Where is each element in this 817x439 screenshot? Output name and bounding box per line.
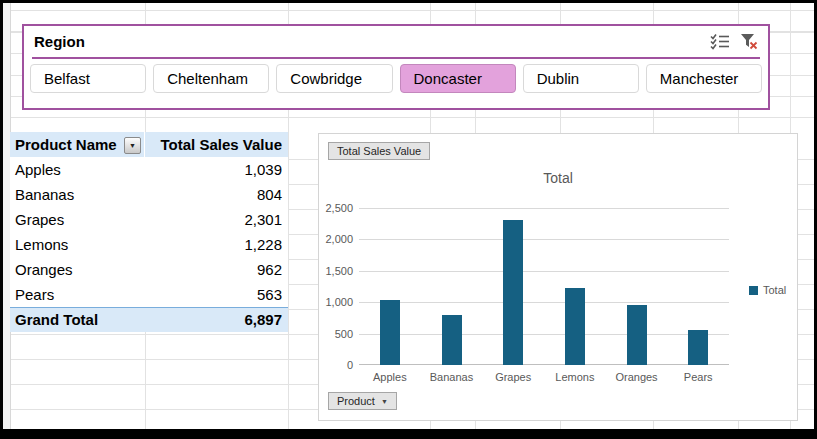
pivot-header-row: Product Name ▼ Total Sales Value	[10, 132, 288, 157]
excel-sheet: Region	[3, 3, 814, 429]
table-row: Bananas 804	[10, 182, 288, 207]
grand-total-value[interactable]: 6,897	[145, 308, 288, 332]
product-cell[interactable]: Apples	[10, 157, 145, 182]
y-tick-label: 1,500	[320, 265, 353, 277]
value-cell[interactable]: 804	[145, 182, 288, 207]
bar-series	[359, 208, 729, 365]
slicer-item-cowbridge[interactable]: Cowbridge	[276, 64, 392, 93]
slicer-buttons-row: Belfast Cheltenham Cowbridge Doncaster D…	[30, 64, 762, 93]
slicer-title: Region	[34, 33, 85, 50]
bar-oranges	[627, 305, 647, 365]
screenshot-frame: Region	[0, 0, 817, 439]
pivot-header-product[interactable]: Product Name ▼	[10, 132, 145, 157]
slicer-item-belfast[interactable]: Belfast	[30, 64, 146, 93]
slicer-item-cheltenham[interactable]: Cheltenham	[153, 64, 269, 93]
bar-apples	[380, 300, 400, 365]
value-cell[interactable]: 1,039	[145, 157, 288, 182]
multi-select-icon[interactable]	[710, 33, 730, 50]
category-label: Pears	[667, 371, 729, 383]
axis-field-label: Product	[337, 395, 375, 407]
chart-title: Total	[319, 170, 797, 186]
value-field-button[interactable]: Total Sales Value	[328, 142, 430, 160]
table-row: Lemons 1,228	[10, 232, 288, 257]
pivot-header-value[interactable]: Total Sales Value	[145, 132, 288, 157]
bar-grapes	[503, 220, 523, 365]
table-row: Grapes 2,301	[10, 207, 288, 232]
category-label: Bananas	[421, 371, 483, 383]
table-row: Apples 1,039	[10, 157, 288, 182]
grand-total-label[interactable]: Grand Total	[10, 308, 145, 332]
axis-field-button[interactable]: Product ▼	[328, 392, 397, 410]
clear-filter-icon[interactable]	[739, 33, 759, 50]
slicer-item-dublin[interactable]: Dublin	[523, 64, 639, 93]
dropdown-arrow-icon: ▼	[381, 398, 388, 405]
bar-bananas	[442, 315, 462, 365]
category-axis-labels: Apples Bananas Grapes Lemons Oranges Pea…	[359, 371, 729, 383]
pivot-chart[interactable]: Total Sales Value Total 2,500 2,000 1,50…	[318, 133, 798, 421]
legend-swatch-icon	[749, 286, 758, 295]
category-label: Oranges	[606, 371, 668, 383]
chart-legend: Total	[749, 284, 786, 296]
region-slicer: Region	[22, 24, 770, 110]
legend-label: Total	[763, 284, 786, 296]
y-tick-label: 0	[320, 359, 353, 371]
category-label: Apples	[359, 371, 421, 383]
grand-total-row: Grand Total 6,897	[10, 307, 288, 332]
product-cell[interactable]: Bananas	[10, 182, 145, 207]
category-label: Lemons	[544, 371, 606, 383]
value-cell[interactable]: 2,301	[145, 207, 288, 232]
value-cell[interactable]: 1,228	[145, 232, 288, 257]
bar-lemons	[565, 288, 585, 365]
pivot-table: Product Name ▼ Total Sales Value Apples …	[10, 132, 288, 332]
bar-pears	[688, 330, 708, 365]
product-cell[interactable]: Oranges	[10, 257, 145, 282]
y-tick-label: 2,500	[320, 202, 353, 214]
category-label: Grapes	[482, 371, 544, 383]
y-tick-label: 1,000	[320, 296, 353, 308]
slicer-item-doncaster[interactable]: Doncaster	[400, 64, 516, 93]
product-cell[interactable]: Lemons	[10, 232, 145, 257]
product-cell[interactable]: Pears	[10, 282, 145, 307]
pivot-header-product-label: Product Name	[15, 136, 117, 153]
y-tick-label: 2,000	[320, 233, 353, 245]
value-cell[interactable]: 962	[145, 257, 288, 282]
filter-dropdown-icon[interactable]: ▼	[124, 137, 141, 154]
y-tick-label: 500	[320, 328, 353, 340]
table-row: Oranges 962	[10, 257, 288, 282]
product-cell[interactable]: Grapes	[10, 207, 145, 232]
table-row: Pears 563	[10, 282, 288, 307]
slicer-header-divider	[32, 57, 760, 59]
value-cell[interactable]: 563	[145, 282, 288, 307]
slicer-item-manchester[interactable]: Manchester	[646, 64, 762, 93]
